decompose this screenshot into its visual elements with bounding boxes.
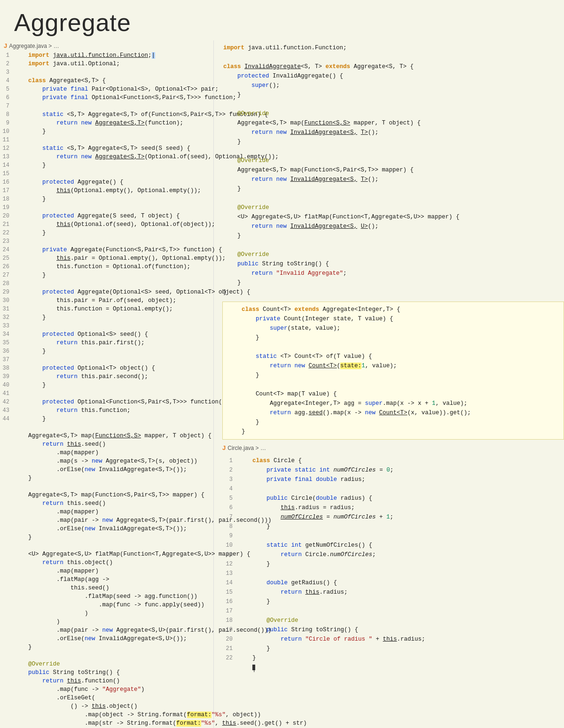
- code-line-13: 13 return new Aggregate<S,T>(Optional.of…: [0, 153, 213, 161]
- right-line-map2-ret: return new InvalidAggregate<S, T>();: [223, 175, 559, 184]
- circle-line-13: 13: [223, 569, 559, 578]
- right-line-blank5: [223, 240, 559, 250]
- code-line-26: 26 this.function = Optional.of(function)…: [0, 263, 213, 271]
- count-class-section: class Count<T> extends Aggregate<Integer…: [222, 302, 564, 440]
- code-line-n27: }: [0, 643, 213, 651]
- right-line-map1-ret: return new InvalidAggregate<S, T>();: [223, 128, 559, 137]
- circle-line-end: |: [223, 663, 559, 672]
- code-line-23: 23: [0, 237, 213, 246]
- count-class-close: }: [227, 427, 559, 436]
- code-line-32: 32 }: [0, 313, 213, 322]
- circle-line-8: 8 }: [223, 522, 559, 531]
- right-line-map2-close: }: [223, 184, 559, 194]
- code-line-n21: .flatMap(seed -> agg.function()): [0, 592, 213, 601]
- code-line-36: 36 }: [0, 347, 213, 356]
- circle-java-icon: J: [222, 444, 226, 451]
- java-icon: J: [4, 42, 7, 49]
- count-ctor: private Count(Integer state, T value) {: [227, 314, 559, 324]
- right-line-blank2: [223, 100, 559, 109]
- circle-line-15: 15 return this.radius;: [223, 588, 559, 597]
- right-line-ov3: @Override: [223, 203, 559, 212]
- code-line-29: 29 protected Aggregate(Optional<S> seed,…: [0, 288, 213, 296]
- code-line-9: 9 return new Aggregate<S,T>(function);: [0, 119, 213, 127]
- code-line-24: 24 private Aggregate(Function<S,Pair<S,T…: [0, 246, 213, 254]
- count-class-decl: class Count<T> extends Aggregate<Integer…: [227, 305, 559, 314]
- code-line-43: 43 return this.function;: [0, 406, 213, 415]
- code-line-n10: return this.seed(): [0, 499, 213, 508]
- right-line-ov1: @Override: [223, 109, 559, 118]
- circle-line-22: 22 }: [223, 653, 559, 663]
- right-line-tostr-ret: return "Invalid Aggregate";: [223, 269, 559, 278]
- code-line-16: 16 protected Aggregate() {: [0, 178, 213, 186]
- right-line-class-close: }: [223, 287, 559, 297]
- code-line-19: 19: [0, 203, 213, 212]
- code-line-n6: .orElse(new InvalidAggregate<S,T>());: [0, 465, 213, 474]
- code-line-30: 30 this.pair = Pair.of(seed, object);: [0, 296, 213, 305]
- circle-line-4: 4: [223, 484, 559, 494]
- code-line-42: 42 protected Optional<Function<S,Pair<S,…: [0, 398, 213, 406]
- circle-line-6: 6 this.radius = radius;: [223, 503, 559, 512]
- right-line-tostr: public String toString() {: [223, 259, 559, 269]
- count-class-code: class Count<T> extends Aggregate<Integer…: [223, 304, 564, 437]
- right-file2-label: Circle.java > …: [227, 445, 266, 451]
- count-of-ret: return new Count<T>(state:1, value);: [227, 361, 559, 371]
- right-line-ov2: @Override: [223, 156, 559, 165]
- right-line-tostr-close: }: [223, 278, 559, 287]
- code-line-22: 22 }: [0, 229, 213, 237]
- left-file-header: J Aggregate.java > …: [0, 40, 213, 51]
- code-line-20: 20 protected Aggregate(S seed, T object)…: [0, 212, 213, 220]
- code-line-n12: .map(pair -> new Aggregate<S,T>(pair.fir…: [0, 516, 213, 525]
- code-line-n13: .orElse(new InvalidAggregate<S,T>());: [0, 525, 213, 533]
- code-line-n23: ): [0, 609, 213, 618]
- code-line-ov7: .map(object -> String.format(format:"%s"…: [0, 711, 213, 719]
- code-line-n1: [0, 423, 213, 432]
- right-line-close-ctor: }: [223, 90, 559, 100]
- code-line-12: 12 static <S,T> Aggregate<S,T> seed(S se…: [0, 144, 213, 153]
- circle-line-10: 10 static int getNumOfCircles() {: [223, 541, 559, 550]
- count-of-close: }: [227, 371, 559, 380]
- right-line-map2: Aggregate<S,T> map(Function<S,Pair<S,T>>…: [223, 165, 559, 175]
- circle-line-20: 20 return "Circle of radius " + this.rad…: [223, 635, 559, 644]
- code-line-21: 21 this(Optional.of(seed), Optional.of(o…: [0, 220, 213, 229]
- count-ctor-close: }: [227, 333, 559, 342]
- code-line-17: 17 this(Optional.empty(), Optional.empty…: [0, 186, 213, 195]
- code-line-44: 44 }: [0, 415, 213, 423]
- code-line-ov6: () -> this.object(): [0, 702, 213, 711]
- code-line-n11: .map(mapper): [0, 508, 213, 516]
- code-line-39: 39 return this.pair.second();: [0, 372, 213, 381]
- code-line-ov3: return this.function(): [0, 677, 213, 685]
- circle-line-9: 9: [223, 531, 559, 541]
- count-map-ret: return agg.seed().map(x -> new Count<T>(…: [227, 408, 559, 418]
- code-line-n9: Aggregate<S,T> map(Function<S,Pair<S,T>>…: [0, 491, 213, 499]
- right-line-map1: Aggregate<S,T> map(Function<S,S> mapper,…: [223, 118, 559, 128]
- count-super: super(state, value);: [227, 324, 559, 333]
- circle-line-5: 5 public Circle(double radius) {: [223, 494, 559, 503]
- right-line-ctor: protected InvalidAggregate() {: [223, 71, 559, 81]
- code-line-n17: return this.object(): [0, 558, 213, 567]
- circle-line-21: 21 }: [223, 644, 559, 653]
- circle-line-11: 11 return Circle.numOfCircles;: [223, 550, 559, 559]
- circle-code-block: 1 class Circle { 2 private static int nu…: [219, 453, 564, 675]
- right-line-map1-close: }: [223, 137, 559, 147]
- page-title: Aggregate: [0, 0, 564, 40]
- count-blank1: [227, 342, 559, 352]
- code-line-n16: <U> Aggregate<S,U> flatMap(Function<T,Ag…: [0, 550, 213, 558]
- code-line-1: 1 import java.util.function.Function;|: [0, 51, 213, 60]
- circle-line-14: 14 double getRadius() {: [223, 578, 559, 588]
- code-line-4: 4 class Aggregate<S,T> {: [0, 77, 213, 85]
- code-line-n28: [0, 651, 213, 660]
- right-line-flatmap-close: }: [223, 231, 559, 240]
- circle-line-12: 12 }: [223, 559, 559, 569]
- right-line-blank1: [223, 53, 559, 62]
- circle-line-17: 17: [223, 606, 559, 616]
- right-line-super: super();: [223, 81, 559, 90]
- code-line-8: 8 static <S,T> Aggregate<S,T> of(Functio…: [0, 110, 213, 119]
- code-line-n14: }: [0, 533, 213, 542]
- code-line-41: 41: [0, 389, 213, 398]
- count-of: static <T> Count<T> of(T value) {: [227, 352, 559, 361]
- right-line-import: import java.util.function.Function;: [223, 43, 559, 53]
- code-line-5: 5 private final Pair<Optional<S>, Option…: [0, 85, 213, 93]
- code-line-n2: Aggregate<S,T> map(Function<S,S> mapper,…: [0, 432, 213, 440]
- circle-line-7: 7 numOfCircles = numOfCircles + 1;: [223, 512, 559, 522]
- code-line-27: 27 }: [0, 271, 213, 279]
